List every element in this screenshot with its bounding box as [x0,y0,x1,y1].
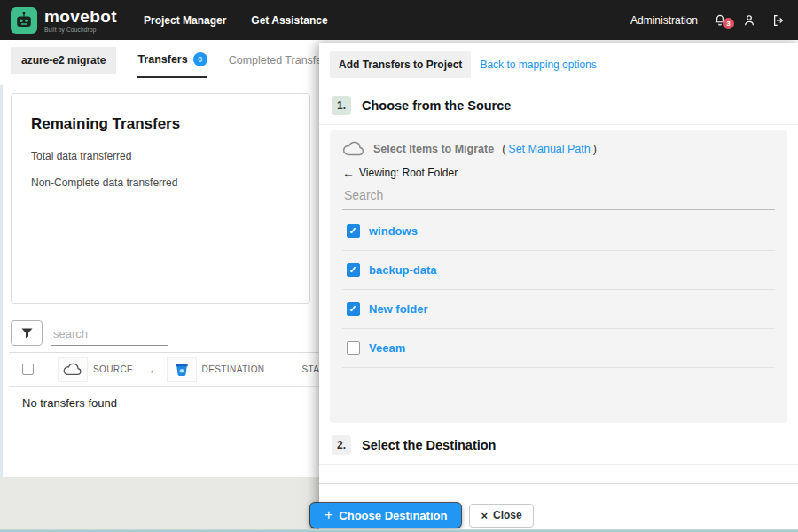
screen: movebot Built by Couchdrop Project Manag… [0,0,798,532]
transfers-table: SOURCE → DESTINATION STATUS No transfers… [9,352,319,419]
item-label[interactable]: Veeam [369,341,405,355]
brand-name: movebot [44,8,117,25]
total-data-transferred-label: Total data transferred [31,150,309,162]
page-left-edge [0,85,3,477]
item-label[interactable]: windows [369,224,418,238]
item-checkbox[interactable] [347,302,360,316]
brand[interactable]: movebot Built by Couchdrop [11,7,117,34]
tab-transfers-label: Transfers [137,53,187,66]
nav-administration[interactable]: Administration [630,14,698,27]
tab-completed-transfers[interactable]: Completed Transfers 0 [229,43,321,78]
footer-divider [319,483,798,484]
step-2-number: 2. [332,435,351,455]
item-checkbox[interactable] [347,341,360,355]
divider [319,464,798,465]
choose-destination-button[interactable]: + Choose Destination [310,503,461,528]
item-checkbox[interactable] [347,263,360,277]
divider [319,124,798,125]
transfers-count-badge: 0 [193,52,207,66]
user-icon[interactable] [742,13,756,27]
source-item-row[interactable]: Veeam [342,329,775,368]
close-button[interactable]: × Close [469,504,533,528]
item-checkbox[interactable] [347,224,360,238]
transfers-search-input[interactable] [51,323,168,346]
main-nav: Project Manager Get Assistance [144,14,328,27]
cloud-icon [342,141,365,156]
step-1-title: Choose from the Source [362,98,511,113]
filter-row [11,320,168,346]
notifications-bell-icon[interactable]: 3 [713,13,727,27]
remaining-transfers-card: Remaining Transfers Total data transferr… [11,93,310,304]
empty-table-message: No transfers found [9,387,319,419]
select-all-checkbox[interactable] [22,364,34,375]
panel-title: Add Transfers to Project [330,51,471,78]
brand-tagline: Built by Couchdrop [44,27,117,33]
viewing-label: Viewing: Root Folder [359,167,458,179]
card-title: Remaining Transfers [31,115,309,133]
nav-get-assistance[interactable]: Get Assistance [251,14,327,27]
step-1-number: 1. [332,96,351,115]
project-tabs: azure-e2 migrate Transfers 0 Completed T… [0,43,321,78]
column-destination: DESTINATION [202,364,265,374]
step-1-header: 1. Choose from the Source [319,96,798,115]
set-manual-path-link[interactable]: Set Manual Path [508,143,590,155]
close-icon: × [481,510,488,521]
table-header: SOURCE → DESTINATION STATUS [9,353,319,387]
items-search-input[interactable] [342,180,775,210]
notification-count-badge: 3 [723,18,734,29]
item-label[interactable]: backup-data [369,263,437,277]
movebot-logo-icon [11,7,37,34]
logout-icon[interactable] [771,13,786,27]
funnel-icon [21,328,33,339]
source-item-row[interactable]: backup-data [342,251,775,290]
source-cloud-icon [58,357,88,382]
footer-area [0,477,319,532]
step-2-title: Select the Destination [362,438,496,452]
source-items-list: windows backup-data New folder Veeam [342,212,775,368]
source-item-row[interactable]: New folder [342,290,775,329]
viewing-path: ← Viewing: Root Folder [342,166,775,180]
destination-bucket-icon [167,357,197,382]
noncomplete-data-transferred-label: Non-Complete data transferred [31,176,309,189]
project-name-chip[interactable]: azure-e2 migrate [11,47,116,74]
filter-button[interactable] [11,320,43,346]
item-label[interactable]: New folder [369,302,427,316]
plus-icon: + [325,508,332,522]
arrow-right-icon: → [145,364,155,376]
step-2-header: 2. Select the Destination [319,435,798,455]
nav-project-manager[interactable]: Project Manager [144,14,226,27]
tab-completed-label: Completed Transfers [229,54,321,66]
select-items-heading: Select Items to Migrate [373,143,494,155]
add-transfers-panel: Add Transfers to Project Back to mapping… [319,43,798,532]
source-picker: Select Items to Migrate ( Set Manual Pat… [330,130,787,423]
tab-transfers[interactable]: Transfers 0 [137,43,207,78]
top-navbar: movebot Built by Couchdrop Project Manag… [0,0,798,40]
back-arrow-icon[interactable]: ← [342,166,355,180]
column-source: SOURCE [93,364,133,374]
back-to-mapping-link[interactable]: Back to mapping options [480,59,596,71]
source-item-row[interactable]: windows [342,212,775,251]
